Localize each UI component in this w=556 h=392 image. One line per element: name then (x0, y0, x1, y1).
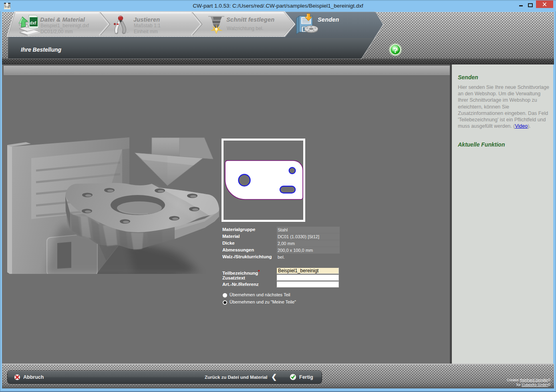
svg-text:?: ? (393, 46, 398, 54)
svg-text:dxf: dxf (30, 20, 36, 25)
